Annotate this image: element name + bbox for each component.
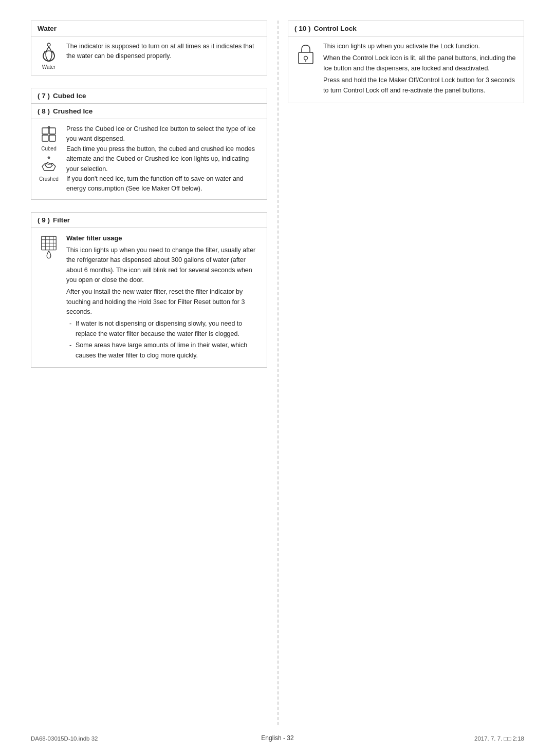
ice-body: Cubed Crushed (31, 119, 267, 199)
lock-text-2: When the Control Lock icon is lit, all t… (323, 53, 520, 73)
lock-header: ( 10 ) Control Lock (288, 21, 524, 36)
water-body: Water The indicator is supposed to turn … (31, 36, 267, 75)
crushed-ice-icon (40, 156, 58, 174)
lock-icon-col (292, 42, 319, 98)
filter-num: ( 9 ) (38, 216, 50, 224)
svg-rect-3 (42, 128, 48, 134)
filter-icon-col (35, 233, 62, 260)
filter-section: ( 9 ) Filter (31, 212, 267, 368)
right-column: ( 10 ) Control Lock (288, 21, 524, 380)
ice-icon-col: Cubed Crushed (35, 124, 62, 194)
lock-title: Control Lock (314, 25, 357, 32)
svg-rect-4 (49, 128, 55, 134)
filter-bullet-1: If water is not dispensing or dispensing… (66, 319, 263, 339)
water-text: The indicator is supposed to turn on at … (66, 42, 263, 70)
svg-rect-6 (49, 135, 55, 141)
lock-num: ( 10 ) (294, 25, 311, 32)
footer-left: DA68-03015D-10.indb 32 (31, 735, 98, 742)
ice-header: ( 7 ) Cubed Ice (31, 88, 267, 104)
water-header: Water (31, 21, 267, 36)
water-icon-col: Water (35, 42, 62, 70)
svg-marker-10 (42, 163, 55, 171)
filter-text: Water filter usage This icon lights up w… (66, 233, 263, 362)
filter-header: ( 9 ) Filter (31, 213, 267, 228)
page: Water Water (0, 0, 555, 756)
ice-text: Press the Cubed Ice or Crushed Ice butto… (66, 124, 263, 194)
lock-icon (297, 43, 315, 64)
svg-point-23 (304, 56, 308, 60)
footer-right: 2017. 7. 7. □□ 2:18 (474, 735, 524, 742)
svg-point-1 (47, 43, 50, 46)
water-section: Water Water (31, 21, 267, 75)
water-icon-label: Water (42, 64, 55, 70)
crushed-label: Crushed (39, 176, 59, 182)
filter-subheading: Water filter usage (66, 233, 263, 243)
left-column: Water Water (31, 21, 267, 380)
water-icon (40, 43, 58, 62)
filter-body: Water filter usage This icon lights up w… (31, 228, 267, 367)
filter-bullets: If water is not dispensing or dispensing… (66, 319, 263, 361)
filter-icon (40, 234, 58, 260)
filter-bullet-2: Some areas have large amounts of lime in… (66, 341, 263, 361)
control-lock-section: ( 10 ) Control Lock (288, 21, 524, 103)
vertical-divider (278, 21, 279, 725)
ice-title-8: Crushed Ice (53, 107, 92, 115)
cubed-label: Cubed (41, 146, 56, 152)
lock-text-3: Press and hold the Ice Maker Off/Control… (323, 75, 520, 96)
cubed-ice-icon (40, 125, 58, 144)
lock-text: This icon lights up when you activate th… (323, 42, 520, 98)
page-number: English - 32 (261, 734, 293, 742)
svg-marker-11 (45, 162, 52, 167)
water-title: Water (38, 25, 57, 32)
ice-num-8: ( 8 ) (38, 107, 50, 115)
ice-section: ( 7 ) Cubed Ice ( 8 ) Crushed Ice (31, 88, 267, 200)
lock-body: This icon lights up when you activate th… (288, 36, 524, 103)
ice-title-7: Cubed Ice (53, 92, 86, 100)
lock-text-1: This icon lights up when you activate th… (323, 42, 520, 51)
svg-rect-5 (42, 135, 48, 141)
ice-header-8: ( 8 ) Crushed Ice (31, 104, 267, 119)
filter-title: Filter (53, 216, 70, 224)
ice-header-7: ( 7 ) (38, 92, 50, 100)
